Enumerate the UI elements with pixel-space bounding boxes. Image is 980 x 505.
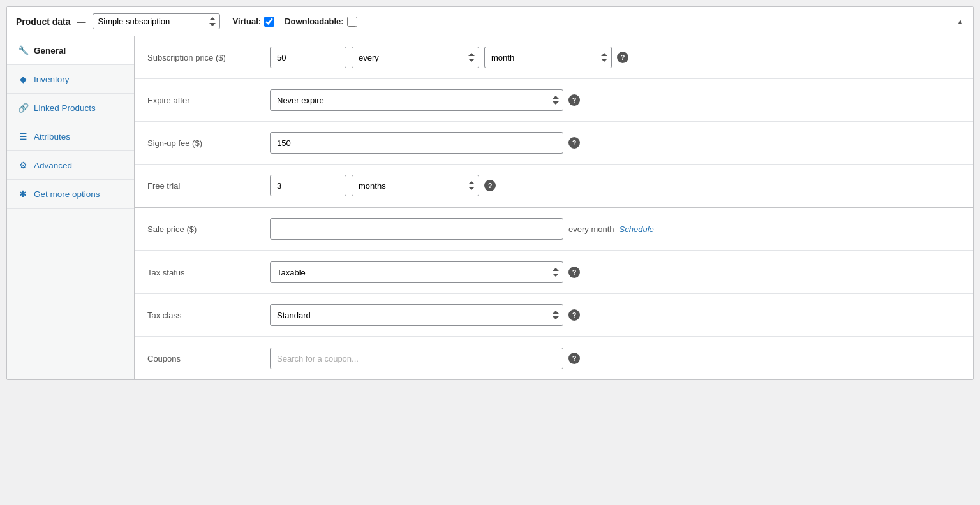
tax-status-row: Tax status Taxable Shipping only None ?: [135, 251, 973, 294]
virtual-checkbox-label[interactable]: Virtual:: [233, 17, 275, 27]
panel-header: Product data — Simple subscription Simpl…: [7, 7, 973, 36]
free-trial-input[interactable]: [270, 175, 346, 196]
subscription-price-input[interactable]: [270, 47, 346, 68]
signup-fee-label: Sign-up fee ($): [147, 138, 262, 148]
every-select[interactable]: every every 2nd every 3rd: [352, 47, 479, 68]
tax-status-label: Tax status: [147, 268, 262, 277]
inventory-icon: ◆: [17, 74, 29, 84]
subscription-price-fields: every every 2nd every 3rd day week month…: [270, 47, 960, 68]
attributes-icon: ☰: [17, 131, 29, 142]
get-more-icon: ✱: [17, 189, 29, 199]
collapse-arrow-icon[interactable]: ▲: [956, 17, 964, 26]
sidebar: 🔧 General ◆ Inventory 🔗 Linked Products …: [7, 36, 135, 379]
tax-class-select[interactable]: Standard Reduced rate Zero rate: [270, 304, 563, 326]
free-trial-help-icon[interactable]: ?: [484, 180, 496, 191]
sidebar-item-get-more-label: Get more options: [34, 189, 100, 199]
free-trial-label: Free trial: [147, 181, 262, 191]
tax-class-label: Tax class: [147, 311, 262, 320]
sale-price-fields: every month Schedule: [270, 218, 960, 240]
product-data-title: Product data: [16, 17, 71, 27]
title-separator: —: [77, 17, 86, 27]
sidebar-item-advanced[interactable]: ⚙ Advanced: [7, 151, 134, 180]
free-trial-period-select[interactable]: days weeks months years: [352, 175, 479, 196]
expire-after-help-icon[interactable]: ?: [568, 94, 580, 106]
signup-fee-row: Sign-up fee ($) ?: [135, 122, 973, 165]
coupons-fields: ?: [270, 348, 960, 369]
virtual-checkbox[interactable]: [264, 17, 274, 27]
expire-after-select[interactable]: Never expire 1 month 2 months 3 months 6…: [270, 89, 563, 111]
expire-after-fields: Never expire 1 month 2 months 3 months 6…: [270, 89, 960, 111]
tax-class-fields: Standard Reduced rate Zero rate ?: [270, 304, 960, 326]
virtual-label: Virtual:: [233, 17, 262, 26]
expire-after-label: Expire after: [147, 96, 262, 105]
sidebar-item-inventory-label: Inventory: [34, 75, 70, 84]
sale-price-input[interactable]: [270, 218, 563, 240]
subscription-price-help-icon[interactable]: ?: [617, 52, 628, 63]
link-icon: 🔗: [17, 103, 29, 113]
product-data-panel: Product data — Simple subscription Simpl…: [6, 6, 974, 380]
sidebar-item-attributes[interactable]: ☰ Attributes: [7, 122, 134, 151]
panel-body: 🔧 General ◆ Inventory 🔗 Linked Products …: [7, 36, 973, 379]
downloadable-checkbox[interactable]: [347, 17, 357, 27]
virtual-downloadable-group: Virtual: Downloadable:: [233, 17, 357, 27]
sidebar-item-inventory[interactable]: ◆ Inventory: [7, 65, 134, 94]
coupons-row: Coupons ?: [135, 337, 973, 379]
subscription-price-row: Subscription price ($) every every 2nd e…: [135, 36, 973, 79]
tax-status-help-icon[interactable]: ?: [568, 267, 580, 278]
every-month-text: every month: [568, 224, 614, 234]
advanced-icon: ⚙: [17, 160, 29, 170]
coupons-label: Coupons: [147, 354, 262, 363]
signup-fee-input[interactable]: [270, 132, 563, 154]
free-trial-fields: days weeks months years ?: [270, 175, 960, 196]
tax-class-row: Tax class Standard Reduced rate Zero rat…: [135, 294, 973, 337]
sale-price-row: Sale price ($) every month Schedule: [135, 208, 973, 251]
sidebar-item-attributes-label: Attributes: [34, 132, 70, 142]
sidebar-item-advanced-label: Advanced: [34, 161, 72, 170]
expire-after-row: Expire after Never expire 1 month 2 mont…: [135, 79, 973, 122]
content-area: Subscription price ($) every every 2nd e…: [135, 36, 973, 379]
signup-fee-help-icon[interactable]: ?: [568, 137, 580, 149]
period-select[interactable]: day week month year: [484, 47, 612, 68]
coupons-help-icon[interactable]: ?: [568, 353, 580, 364]
downloadable-label: Downloadable:: [285, 17, 343, 26]
subscription-price-label: Subscription price ($): [147, 53, 262, 62]
wrench-icon: 🔧: [17, 45, 29, 55]
free-trial-row: Free trial days weeks months years ?: [135, 165, 973, 207]
sidebar-item-general-label: General: [34, 46, 66, 55]
tax-class-help-icon[interactable]: ?: [568, 309, 580, 321]
sidebar-item-linked-products-label: Linked Products: [34, 103, 96, 113]
product-type-select[interactable]: Simple subscription Simple product Varia…: [93, 13, 220, 29]
sale-price-label: Sale price ($): [147, 224, 262, 234]
sidebar-item-linked-products[interactable]: 🔗 Linked Products: [7, 94, 134, 122]
sidebar-item-get-more-options[interactable]: ✱ Get more options: [7, 180, 134, 209]
tax-status-select[interactable]: Taxable Shipping only None: [270, 261, 563, 283]
coupons-input[interactable]: [270, 348, 563, 369]
sidebar-item-general[interactable]: 🔧 General: [7, 36, 134, 65]
signup-fee-fields: ?: [270, 132, 960, 154]
downloadable-checkbox-label[interactable]: Downloadable:: [285, 17, 357, 27]
tax-status-fields: Taxable Shipping only None ?: [270, 261, 960, 283]
schedule-link[interactable]: Schedule: [620, 224, 654, 234]
